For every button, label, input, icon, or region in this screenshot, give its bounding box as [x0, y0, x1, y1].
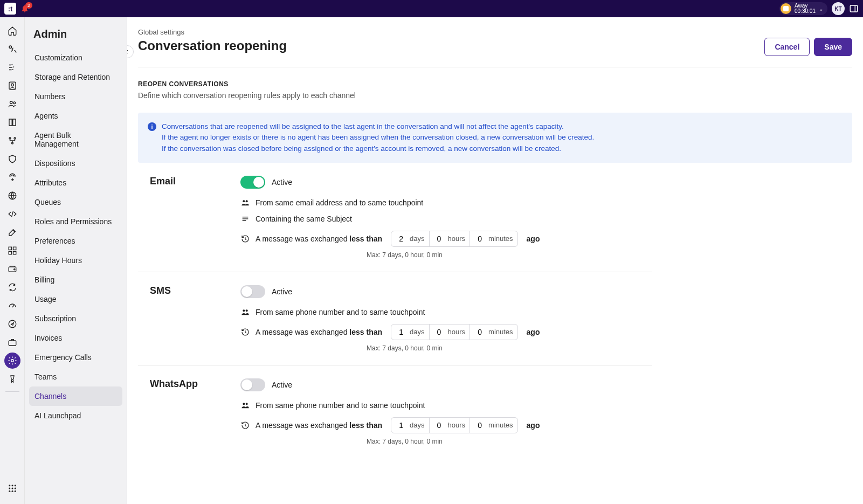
msg-rule-text: A message was exchanged less than [256, 421, 382, 430]
people-icon [240, 401, 250, 410]
notification-bell[interactable]: 2 [20, 4, 29, 13]
page-header: Global settings Conversation reopening C… [138, 28, 852, 67]
svg-rect-13 [9, 252, 11, 254]
section: REOPEN CONVERSATIONS Define which conver… [138, 67, 852, 458]
history-icon [240, 421, 250, 430]
rail-shield[interactable] [4, 151, 20, 167]
rail-briefcase[interactable] [4, 334, 20, 350]
svg-point-25 [14, 488, 16, 489]
sidebar-item-agent-bulk-management[interactable]: Agent Bulk Management [29, 126, 122, 154]
sidebar-item-attributes[interactable]: Attributes [29, 173, 122, 192]
cancel-button[interactable]: Cancel [764, 38, 810, 56]
sidebar-item-subscription[interactable]: Subscription [29, 309, 122, 328]
days-input[interactable] [396, 421, 406, 430]
avatar[interactable]: KT [832, 2, 845, 15]
rail-award[interactable] [4, 371, 20, 387]
rail-compass[interactable] [4, 316, 20, 332]
info-icon: i [148, 122, 156, 131]
sidebar-item-channels[interactable]: Channels [29, 386, 122, 406]
sidebar: Admin CustomizationStorage and Retention… [25, 17, 127, 504]
hours-input[interactable] [434, 421, 445, 430]
rail-list[interactable] [4, 59, 20, 75]
sidebar-item-preferences[interactable]: Preferences [29, 231, 122, 251]
rail-globe[interactable] [4, 188, 20, 204]
banner-line: If the conversation was closed before be… [162, 143, 594, 154]
time-inputs: dayshoursminutes [391, 417, 518, 433]
rail-sync[interactable] [4, 279, 20, 295]
rail-wallet[interactable] [4, 261, 20, 277]
svg-point-7 [9, 137, 11, 139]
time-inputs: dayshoursminutes [391, 231, 518, 247]
active-toggle[interactable] [240, 285, 265, 298]
active-toggle[interactable] [240, 378, 265, 391]
sidebar-item-queues[interactable]: Queues [29, 192, 122, 212]
svg-point-6 [13, 102, 15, 104]
days-unit: days [410, 421, 424, 429]
rail-apps-grid[interactable] [4, 480, 20, 496]
sidebar-item-numbers[interactable]: Numbers [29, 87, 122, 106]
svg-rect-14 [13, 252, 16, 254]
rail-contacts[interactable] [4, 78, 20, 94]
sidebar-item-holiday-hours[interactable]: Holiday Hours [29, 251, 122, 270]
sidebar-item-storage-and-retention[interactable]: Storage and Retention [29, 67, 122, 87]
section-desc: Define which conversation reopening rule… [138, 91, 852, 100]
minutes-input[interactable] [474, 421, 485, 430]
active-toggle[interactable] [240, 176, 265, 189]
svg-point-26 [9, 491, 10, 492]
rail-activities[interactable] [4, 41, 20, 57]
app-logo[interactable]: :t [4, 3, 16, 15]
days-input[interactable] [396, 328, 406, 336]
save-button[interactable]: Save [814, 38, 852, 56]
rail-dashboard[interactable] [4, 243, 20, 259]
rail-broadcast[interactable] [4, 169, 20, 185]
breadcrumb: Global settings [138, 28, 287, 36]
sidebar-item-invoices[interactable]: Invoices [29, 328, 122, 348]
svg-point-22 [14, 485, 16, 486]
rail-flow[interactable] [4, 133, 20, 149]
section-label: REOPEN CONVERSATIONS [138, 80, 852, 88]
rail-groups[interactable] [4, 96, 20, 112]
hours-input[interactable] [434, 234, 445, 243]
topbar-left: :t 2 [4, 3, 29, 15]
channel-name: Email [150, 176, 240, 187]
rail-home[interactable] [4, 23, 20, 39]
max-hint: Max: 7 days, 0 hour, 0 min [367, 438, 652, 445]
rail-compose[interactable] [4, 224, 20, 240]
chevron-left-collapse-icon [127, 49, 130, 55]
rail-settings[interactable] [4, 353, 20, 369]
sidebar-item-customization[interactable]: Customization [29, 48, 122, 67]
status-pill[interactable]: Away 00:30:01 ⌄ [779, 2, 827, 15]
page-title: Conversation reopening [138, 38, 287, 53]
sidebar-item-ai-launchpad[interactable]: AI Launchpad [29, 406, 122, 425]
days-input[interactable] [396, 234, 406, 243]
hours-unit: hours [448, 234, 466, 243]
status-away-icon [781, 3, 791, 14]
icon-rail [0, 17, 25, 504]
ago-label: ago [527, 421, 540, 430]
hours-unit: hours [448, 328, 466, 336]
rail-gauge[interactable] [4, 298, 20, 314]
rail-book[interactable] [4, 114, 20, 130]
minutes-unit: minutes [488, 234, 513, 243]
svg-point-8 [14, 137, 16, 139]
svg-point-35 [246, 309, 248, 312]
minutes-input[interactable] [474, 328, 485, 336]
sidebar-item-agents[interactable]: Agents [29, 106, 122, 126]
sidebar-item-emergency-calls[interactable]: Emergency Calls [29, 348, 122, 367]
svg-point-20 [9, 485, 10, 486]
sidebar-item-billing[interactable]: Billing [29, 270, 122, 289]
sidebar-item-roles-and-permissions[interactable]: Roles and Permissions [29, 212, 122, 231]
svg-point-24 [11, 488, 13, 489]
sidebar-item-dispositions[interactable]: Dispositions [29, 154, 122, 173]
rail-code[interactable] [4, 206, 20, 222]
hours-input[interactable] [434, 328, 445, 336]
svg-point-9 [11, 142, 13, 144]
info-banner: i Conversations that are reopened will b… [138, 113, 852, 163]
people-icon [240, 308, 250, 316]
side-panel-toggle[interactable] [849, 4, 859, 13]
svg-point-19 [11, 360, 13, 362]
sidebar-item-usage[interactable]: Usage [29, 289, 122, 309]
minutes-input[interactable] [474, 234, 485, 243]
svg-point-37 [246, 403, 248, 405]
sidebar-item-teams[interactable]: Teams [29, 367, 122, 386]
